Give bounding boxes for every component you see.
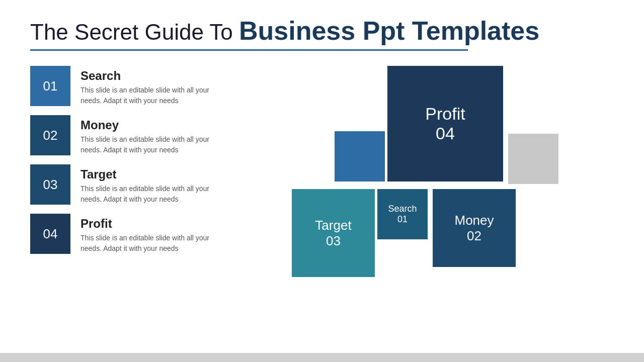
list-item: 02 Money This slide is an editable slide… [30,115,272,155]
list-number-box-4: 04 [30,214,70,254]
list-text-3: Target This slide is an editable slide w… [80,164,221,205]
diagram-profit-label: Profit [425,104,465,124]
diagram-block-search: Search 01 [377,189,428,239]
list-title-1: Search [80,69,221,83]
list-number-3: 03 [43,177,58,193]
list-item: 01 Search This slide is an editable slid… [30,66,272,106]
list-title-3: Target [80,167,221,182]
list-item: 04 Profit This slide is an editable slid… [30,214,272,254]
diagram-search-label: Search [388,204,417,214]
list-number-1: 01 [43,78,58,94]
list-text-4: Profit This slide is an editable slide w… [80,214,221,254]
diagram-search-num: 01 [397,214,408,225]
list-desc-4: This slide is an editable slide with all… [80,233,221,254]
list-number-4: 04 [43,226,58,242]
diagram-money-label: Money [454,213,494,228]
list-number-2: 02 [43,128,58,143]
diagram-target-num: 03 [326,233,341,249]
list-title-4: Profit [80,217,221,231]
title-prefix: The Secret Guide To [30,20,239,44]
diagram-profit-num: 04 [436,124,455,143]
bottom-bar [0,353,644,362]
title-underline [30,49,468,51]
list-text-1: Search This slide is an editable slide w… [80,66,221,106]
diagram-block-target: Target 03 [292,189,375,277]
title-area: The Secret Guide To Business Ppt Templat… [30,15,614,51]
list-number-box-1: 01 [30,66,70,106]
right-diagram: Profit 04 Search 01 Money 02 Target 03 [292,66,614,322]
diagram-money-num: 02 [467,228,481,244]
diagram-target-label: Target [315,218,351,233]
list-desc-1: This slide is an editable slide with all… [80,85,221,106]
diagram-block-small-blue [335,131,385,182]
content-area: 01 Search This slide is an editable slid… [30,66,614,322]
left-list: 01 Search This slide is an editable slid… [30,66,272,322]
slide: The Secret Guide To Business Ppt Templat… [0,0,644,362]
list-number-box-2: 02 [30,115,70,155]
diagram-block-profit: Profit 04 [387,66,503,182]
list-number-box-3: 03 [30,164,70,205]
list-text-2: Money This slide is an editable slide wi… [80,115,221,155]
diagram-block-gray [508,134,558,184]
list-title-2: Money [80,118,221,132]
diagram-block-money: Money 02 [433,189,516,267]
list-desc-3: This slide is an editable slide with all… [80,184,221,205]
title-bold: Business Ppt Templates [239,16,539,45]
title-line: The Secret Guide To Business Ppt Templat… [30,15,614,46]
list-item: 03 Target This slide is an editable slid… [30,164,272,205]
list-desc-2: This slide is an editable slide with all… [80,134,221,155]
